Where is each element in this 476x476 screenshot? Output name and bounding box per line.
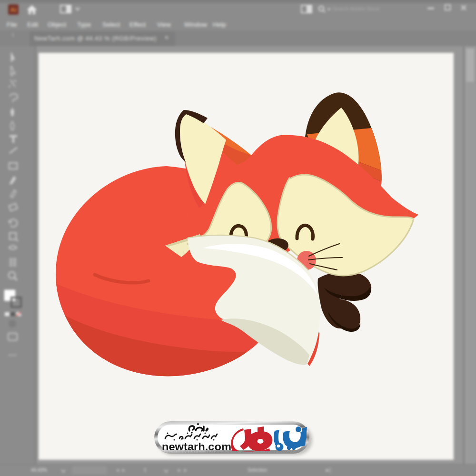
svg-text:newtarh.com: newtarh.com — [162, 441, 231, 453]
